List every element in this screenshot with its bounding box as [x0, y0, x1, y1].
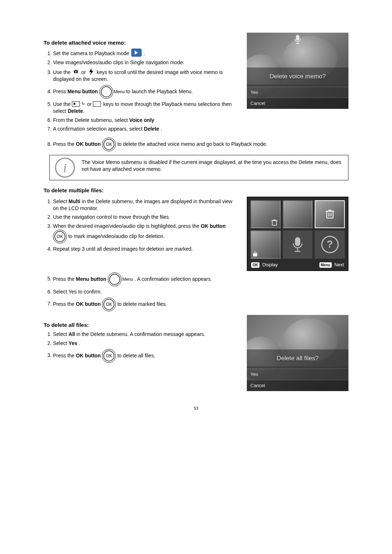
dialog-option-cancel[interactable]: Cancel — [247, 98, 348, 109]
text: Select — [53, 340, 69, 346]
dialog-title: Delete all files? — [247, 349, 348, 366]
list-item: Press the OK button to delete all files. — [53, 349, 239, 363]
text: to delete the attached voice memo and go… — [117, 141, 267, 147]
playback-mode-icon — [131, 49, 142, 57]
heading-delete-multiple-files: To delete multiple files: — [44, 187, 348, 194]
menu-button-icon — [108, 272, 122, 286]
text: or — [81, 69, 87, 75]
bottom-bar: OK Display Menu Next — [250, 261, 345, 270]
ok-button-icon — [102, 138, 116, 151]
info-icon: i — [50, 155, 80, 180]
thumbnail[interactable] — [250, 200, 281, 229]
text: to mark image/video/audio clip for delet… — [68, 233, 165, 239]
display-label: Display — [262, 262, 278, 267]
microphone-icon — [293, 34, 303, 44]
bold-text: OK button — [201, 223, 225, 229]
dialog-title: Delete voice memo? — [247, 67, 348, 85]
page-number: 53 — [44, 406, 348, 411]
thumbnail-selected[interactable] — [315, 200, 345, 229]
dialog-option-cancel[interactable]: Cancel — [247, 380, 348, 391]
list-item: Press the OK button to delete the attach… — [53, 138, 348, 151]
text: Use the — [53, 101, 72, 107]
camera-screenshot-delete-voice-memo: Delete voice memo? Yes Cancel — [247, 33, 348, 109]
bold-text: OK button — [76, 141, 101, 147]
steps-delete-multiple-cont: Press the Menu button Menu . A confirmat… — [44, 272, 348, 311]
list-item: Press Menu button Menu to launch the Pla… — [53, 85, 239, 99]
list-item: Press the OK button to delete marked fil… — [53, 297, 348, 311]
lock-icon — [253, 251, 258, 257]
text: to launch the Playback Menu. — [126, 89, 193, 94]
list-item: Set the camera to Playback mode . — [53, 49, 239, 57]
list-item: Use the or keys to scroll until the desi… — [53, 68, 239, 83]
camera-screenshot-multi-delete: ? OK Display Menu Next — [247, 197, 348, 271]
list-item: Use the navigation control to move throu… — [53, 214, 239, 221]
thumbnail[interactable] — [250, 230, 281, 259]
ok-button-icon — [53, 230, 67, 243]
text: in the Delete submenu. A confirmation me… — [77, 331, 205, 337]
list-item: Select All in the Delete submenu. A conf… — [53, 331, 239, 338]
microphone-icon — [291, 236, 305, 253]
svg-rect-13 — [272, 221, 277, 225]
flash-down-icon — [88, 68, 94, 75]
right-nav-icon — [93, 101, 101, 107]
text: . — [83, 108, 85, 114]
dialog-option-yes[interactable]: Yes — [247, 369, 348, 380]
trash-icon — [271, 219, 278, 226]
text: or — [87, 101, 93, 107]
svg-rect-22 — [295, 238, 300, 246]
list-item: Repeat step 3 until all desired images f… — [53, 246, 239, 253]
svg-rect-16 — [327, 212, 333, 218]
left-nav-icon — [72, 101, 80, 107]
bold-text: Menu button — [68, 89, 98, 94]
text: . — [156, 117, 157, 123]
list-item: When the desired image/video/audio clip … — [53, 223, 239, 243]
svg-marker-6 — [89, 68, 93, 75]
camera-screenshot-delete-all: Delete all files? Yes Cancel — [247, 315, 348, 391]
svg-point-5 — [75, 71, 77, 73]
menu-button-icon — [99, 85, 113, 99]
question-icon: ? — [321, 236, 339, 253]
menu-label: Menu — [122, 277, 133, 282]
bold-text: Menu button — [76, 276, 106, 282]
text: Use the — [53, 69, 72, 75]
heading-delete-voice-memo: To delete attached voice memo: — [44, 39, 239, 46]
text: Press — [53, 89, 68, 94]
text: Press the — [53, 141, 76, 147]
svg-rect-21 — [253, 254, 257, 256]
bold-text: All — [69, 331, 75, 337]
list-item: Press the Menu button Menu . A confirmat… — [53, 272, 348, 286]
steps-delete-multiple: Select Multi in the Delete submenu, the … — [44, 198, 239, 253]
macro-up-icon — [73, 68, 79, 75]
bold-text: OK button — [76, 352, 101, 358]
text: Press the — [53, 276, 76, 282]
text: A confirmation selection appears, select — [53, 126, 144, 132]
bold-text: Yes — [69, 340, 77, 346]
text: Press the — [53, 352, 76, 358]
text: Set the camera to Playback mode — [53, 50, 131, 56]
text: . — [161, 126, 162, 132]
next-label: Next — [334, 262, 344, 267]
svg-text:i: i — [63, 161, 66, 175]
svg-rect-7 — [296, 35, 299, 40]
text: to delete all files. — [117, 352, 155, 358]
text: . — [79, 340, 80, 346]
trash-icon — [325, 209, 335, 219]
text: Select — [53, 198, 69, 204]
dialog-option-yes[interactable]: Yes — [247, 87, 348, 98]
thumbnail-audio[interactable] — [283, 230, 313, 259]
bold-text: Delete — [144, 126, 159, 132]
steps-delete-voice-memo: Set the camera to Playback mode . View i… — [44, 49, 239, 132]
steps-delete-voice-memo-cont: Press the OK button to delete the attach… — [44, 138, 348, 151]
list-item: Select Multi in the Delete submenu, the … — [53, 198, 239, 212]
thumbnail-unknown[interactable]: ? — [315, 230, 345, 259]
bold-text: Delete — [68, 108, 83, 114]
menu-label: Menu — [114, 89, 125, 94]
thumbnail[interactable] — [283, 200, 313, 229]
note-text: The Voice Memo submenu is disabled if th… — [80, 155, 348, 180]
ok-button-icon — [102, 297, 116, 311]
text: Select — [53, 331, 69, 337]
bold-text: OK button — [76, 301, 101, 307]
list-item: Select Yes . — [53, 340, 239, 347]
text: From the Delete submenu, select — [53, 117, 129, 123]
text: in the Delete submenu, the images are di… — [53, 198, 232, 211]
